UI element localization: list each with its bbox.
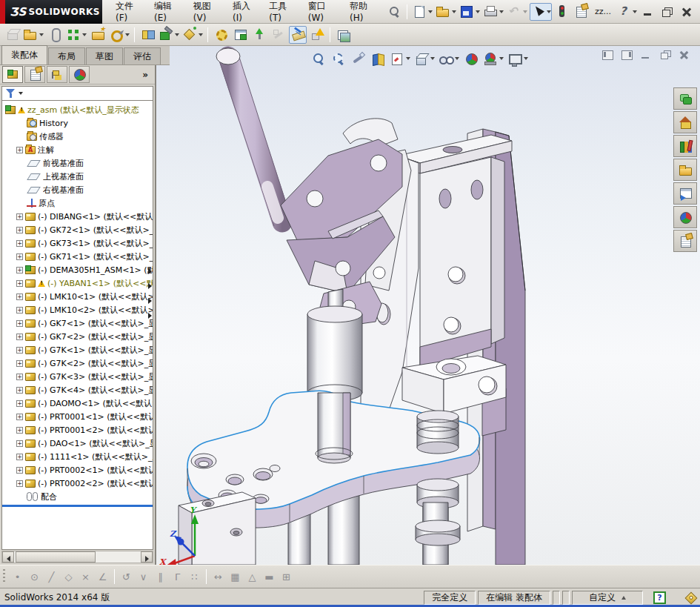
section-view-button[interactable] [369,49,387,68]
tree-item-12[interactable]: +(-) DEMA305H1_ASM<1> (默认 [2,263,153,276]
tree-item-5[interactable]: 上视基准面 [2,170,153,183]
sketch-point-button[interactable]: • [10,568,25,585]
expand-toggle[interactable]: + [16,400,23,407]
tree-item-1[interactable]: History [2,116,153,130]
tree-item-2[interactable]: 传感器 [2,130,153,143]
large-design-review-button[interactable] [308,26,326,44]
tree-item-21[interactable]: +(-) G7K<4> (默认<<默认>_显 [2,383,153,397]
dropdown-arrow-icon[interactable] [175,33,179,36]
dropdown-arrow-icon[interactable] [428,10,433,13]
reference-geometry-button[interactable] [181,26,204,44]
search-pin-button[interactable] [385,3,403,21]
panel-tab-configurationmanager[interactable] [47,66,67,83]
model-base-bar[interactable] [179,492,256,565]
dropdown-arrow-icon[interactable] [633,10,637,13]
tree-item-13[interactable]: +(-) YABAN1<1> (默认<<默 [2,276,153,290]
edit-appearance-button[interactable] [462,49,480,68]
view-palette-tab[interactable] [673,182,697,205]
filter-dropdown-arrow[interactable] [19,92,23,95]
scrollbar-thumb[interactable] [16,551,96,563]
minimize-doc-button[interactable] [640,50,653,60]
menu-item-3[interactable]: 插入(I) [227,0,261,25]
add-relation-button[interactable]: ↺ [119,568,134,585]
show-hidden-components-button[interactable] [139,26,156,44]
zoom-to-area-button[interactable] [329,49,347,68]
tree-item-22[interactable]: +(-) DAOMO<1> (默认<<默认> [2,397,153,410]
scroll-left-arrow[interactable] [2,551,14,563]
expand-toggle[interactable]: + [16,360,23,367]
panel-tab-displaymanager[interactable] [69,66,90,83]
new-document-button[interactable] [411,3,433,21]
rebuild-traffic-light-button[interactable] [553,3,571,21]
model-3d-view[interactable]: Y X Z [156,46,700,565]
mate-button[interactable] [46,26,64,44]
panel-tab-featuremanager-design-tree[interactable] [2,66,23,83]
sketch-polygon-button[interactable]: ◇ [61,568,76,585]
solidworks-resources-tab[interactable] [673,111,697,133]
linear-component-pattern-button[interactable] [65,26,87,44]
dropdown-arrow-icon[interactable] [476,10,480,13]
status-custom-dropdown[interactable]: 自定义 [572,591,643,605]
dropdown-arrow-icon[interactable] [499,10,504,13]
model-bushings[interactable] [416,411,460,565]
assembly-features-button[interactable] [158,26,180,44]
scroll-right-arrow[interactable] [141,551,153,563]
model-cylinder-sleeve[interactable] [307,306,362,401]
tree-item-20[interactable]: +(-) G7K<3> (默认<<默认>_显 [2,370,153,383]
sketch-trim-button[interactable]: × [78,568,93,585]
tree-item-0[interactable]: zz_asm (默认<默认_显示状态 [2,103,153,116]
sketch-line-button[interactable]: ╱ [44,568,59,585]
expand-toggle[interactable]: + [16,320,23,327]
dropdown-arrow-icon[interactable] [39,33,44,36]
measure-angle-button[interactable]: △ [244,568,260,585]
solidworks-forum-tab[interactable] [673,87,697,110]
status-tag-icon[interactable] [685,591,698,604]
tree-item-7[interactable]: 原点 [2,196,153,210]
tree-item-8[interactable]: +(-) DIBANG<1> (默认<<默认> [2,210,153,223]
expand-toggle[interactable]: + [16,374,23,380]
move-component-button[interactable] [108,26,130,44]
dropdown-arrow-icon[interactable] [452,10,456,13]
tree-item-23[interactable]: +(-) PRT0001<1> (默认<<默认 [2,410,153,423]
tree-item-29[interactable]: 配合 [2,490,153,503]
file-explorer-tab[interactable] [673,159,697,181]
dropdown-arrow-icon[interactable] [430,57,435,60]
mirror-entities-button[interactable]: ∨ [136,568,151,585]
menu-item-6[interactable]: 帮助(H) [344,0,382,25]
expand-toggle[interactable]: + [16,280,23,287]
tab-装配体[interactable]: 装配体 [1,45,47,64]
tree-item-16[interactable]: +(-) GK7<1> (默认<<默认>_显 [2,316,153,330]
dropdown-arrow-icon[interactable] [455,57,459,60]
expand-toggle[interactable]: + [16,253,23,260]
custom-properties-tab[interactable] [673,230,697,252]
expand-toggle[interactable]: + [16,307,23,314]
instant3d-button[interactable] [289,26,307,44]
minimize-button[interactable] [641,6,656,18]
tab-评估[interactable]: 评估 [124,47,161,64]
previous-view-button[interactable] [349,49,367,68]
model-press-ram[interactable] [316,393,353,463]
insert-components-button[interactable] [22,26,44,44]
expand-toggle[interactable]: + [16,480,23,487]
offset-entities-button[interactable]: ∥ [153,568,168,585]
expand-toggle[interactable]: + [16,334,23,340]
tree-item-9[interactable]: +(-) GK72<1> (默认<<默认>_显 [2,223,153,236]
expand-toggle[interactable]: + [16,293,23,300]
tab-布局[interactable]: 布局 [48,47,85,64]
view-settings-button[interactable] [507,49,529,68]
view-orientation-button[interactable] [389,49,411,68]
expand-toggle[interactable]: + [16,467,23,474]
dropdown-arrow-icon[interactable] [199,33,203,36]
expand-toggle[interactable]: + [16,414,23,420]
expand-toggle[interactable]: + [16,454,23,460]
apply-scene-button[interactable] [482,49,504,68]
tree-item-26[interactable]: +(-) 1111<1> (默认<<默认>_显 [2,450,153,463]
panel-tab-propertymanager[interactable] [24,66,45,83]
expand-toggle[interactable]: + [16,240,23,247]
sketch-chamfer-button[interactable]: ∠ [95,568,110,585]
filter-icon[interactable] [5,88,16,99]
appearances-scenes-tab[interactable] [673,206,697,228]
corner-rectangle-button[interactable]: Γ [170,568,185,585]
dropdown-arrow-icon[interactable] [125,33,130,36]
dropdown-arrow-icon[interactable] [547,10,551,13]
